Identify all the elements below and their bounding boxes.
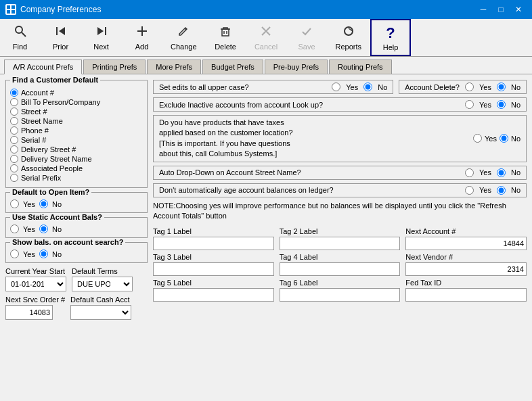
set-edits-no[interactable] [363, 82, 372, 91]
year-terms-row: Current Year Start 01-01-2019 Default Te… [5, 267, 148, 291]
default-cash-acct-select[interactable] [70, 305, 131, 320]
cancel-button[interactable]: Cancel [246, 19, 287, 56]
account-delete-yes-label: Yes [479, 83, 491, 91]
find-customer-group: Find a Customer Default Account # Bill T… [5, 80, 148, 188]
open-item-no-label: No [52, 200, 62, 208]
next-srvc-order-input[interactable] [5, 305, 53, 320]
tab-budget[interactable]: Budget Prefs [202, 60, 263, 74]
tab-printing[interactable]: Printing Prefs [83, 60, 146, 74]
radio-delivery-street-num-input[interactable] [10, 145, 18, 154]
taxes-line4: about this, call Columbus Systems.] [159, 149, 468, 159]
radio-street-num-label: Street # [21, 108, 47, 116]
tab-ar[interactable]: A/R Account Prefs [4, 60, 82, 74]
auto-dropdown-no[interactable] [497, 168, 506, 177]
show-bals-title: Show bals. on account search? [10, 238, 125, 246]
show-bals-group: Show bals. on account search? Yes No [5, 242, 148, 263]
title-bar: Company Preferences ─ □ ✕ [0, 0, 532, 19]
dont-auto-age-no[interactable] [497, 186, 506, 195]
tag3-group: Tag 3 Label [153, 253, 274, 276]
default-cash-acct-label: Default Cash Acct [70, 296, 131, 304]
radio-phone-input[interactable] [10, 126, 18, 135]
tab-more[interactable]: More Prefs [147, 60, 201, 74]
dont-auto-age-yes[interactable] [465, 186, 474, 195]
change-button[interactable]: Change [162, 19, 206, 56]
next-account-input[interactable] [405, 237, 527, 250]
radio-delivery-street-name-input[interactable] [10, 155, 18, 163]
radio-street-num-input[interactable] [10, 108, 18, 116]
reports-button[interactable]: Reports [328, 19, 371, 56]
open-item-no[interactable] [39, 199, 48, 208]
delete-button[interactable]: Delete [206, 19, 246, 56]
taxes-no[interactable] [500, 134, 508, 143]
svg-rect-11 [137, 30, 147, 32]
default-terms-select[interactable]: DUE UPON R [72, 277, 133, 291]
open-item-yes[interactable] [10, 199, 19, 208]
account-delete-group: Account Delete? Yes No [399, 80, 527, 94]
dont-auto-age-yes-label: Yes [479, 186, 491, 194]
taxes-line1: Do you have products that have taxes [159, 118, 468, 128]
show-bals-options: Yes No [10, 250, 143, 258]
exclude-inactive-no-label: No [511, 101, 520, 109]
tab-routing[interactable]: Routing Prefs [329, 60, 392, 74]
help-button[interactable]: ? Help [370, 19, 411, 56]
fed-tax-id-label: Fed Tax ID [405, 279, 527, 287]
tag2-label: Tag 2 Label [280, 227, 401, 235]
set-edits-yes[interactable] [332, 82, 340, 91]
next-vendor-input[interactable] [405, 262, 527, 276]
current-year-start-select[interactable]: 01-01-2019 [5, 277, 66, 291]
window-title: Company Preferences [20, 5, 475, 14]
save-button[interactable]: Save [287, 19, 328, 56]
maximize-button[interactable]: □ [493, 3, 509, 16]
fed-tax-id-input[interactable] [405, 288, 527, 302]
taxes-line2: applied based on the customer location? [159, 128, 468, 138]
find-button[interactable]: Find [0, 19, 41, 56]
radio-associated-input[interactable] [10, 164, 18, 172]
right-panel: Set edits to all upper case? Yes No Acco… [153, 80, 527, 394]
radio-serial-input[interactable] [10, 136, 18, 144]
exclude-inactive-no[interactable] [497, 100, 506, 109]
taxes-yes[interactable] [473, 134, 482, 143]
tag3-input[interactable] [153, 262, 274, 276]
change-icon [177, 24, 190, 41]
current-year-start-label: Current Year Start [5, 267, 66, 275]
tag4-group: Tag 4 Label [280, 253, 401, 276]
account-delete-no-label: No [511, 83, 520, 91]
window-controls: ─ □ ✕ [475, 3, 527, 16]
prior-button[interactable]: Prior [41, 19, 81, 56]
radio-street-name-input[interactable] [10, 117, 18, 125]
set-edits-label: Set edits to all upper case? [159, 83, 326, 91]
default-terms-label: Default Terms [72, 267, 133, 275]
radio-serial-prefix-input[interactable] [10, 174, 18, 182]
auto-dropdown-yes[interactable] [465, 168, 474, 177]
tag5-input[interactable] [153, 288, 274, 302]
show-bals-no[interactable] [39, 250, 48, 258]
close-button[interactable]: ✕ [510, 3, 527, 16]
exclude-inactive-yes[interactable] [465, 100, 474, 109]
radio-account-input[interactable] [10, 89, 18, 97]
radio-billto-input[interactable] [10, 98, 18, 106]
toolbar: Find Prior Next Add Change Delete Canc [0, 19, 532, 57]
tag2-group: Tag 2 Label [280, 227, 401, 250]
add-button[interactable]: Add [122, 19, 162, 56]
tag6-input[interactable] [280, 288, 401, 302]
tag4-input[interactable] [280, 262, 401, 276]
main-content: Find a Customer Default Account # Bill T… [0, 74, 532, 400]
svg-line-5 [22, 32, 26, 37]
open-item-yes-label: Yes [23, 200, 35, 208]
radio-street-name-label: Street Name [21, 117, 63, 125]
auto-dropdown-yes-label: Yes [479, 168, 491, 176]
show-bals-yes[interactable] [10, 250, 19, 258]
radio-account-label: Account # [21, 89, 54, 97]
tag2-input[interactable] [280, 237, 401, 250]
next-button[interactable]: Next [81, 19, 122, 56]
svg-marker-9 [97, 27, 104, 35]
next-srvc-order-label: Next Srvc Order # [5, 296, 65, 304]
default-cash-acct-group: Default Cash Acct [70, 296, 131, 320]
static-account-no[interactable] [39, 225, 48, 233]
account-delete-yes[interactable] [465, 82, 474, 91]
account-delete-no[interactable] [497, 82, 506, 91]
tag1-input[interactable] [153, 237, 274, 250]
minimize-button[interactable]: ─ [475, 3, 491, 16]
static-account-yes[interactable] [10, 225, 19, 233]
tab-prebuy[interactable]: Pre-buy Prefs [265, 60, 328, 74]
